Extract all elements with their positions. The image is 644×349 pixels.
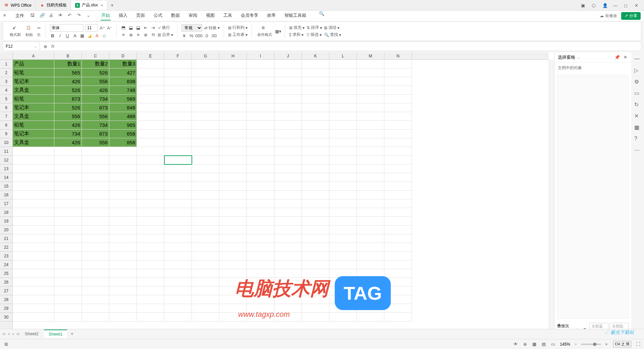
row-header[interactable]: 29 — [0, 304, 12, 313]
cell[interactable] — [274, 278, 302, 287]
cell[interactable]: 铅笔 — [13, 95, 54, 103]
cell[interactable] — [54, 147, 82, 156]
cell[interactable] — [329, 112, 357, 121]
cell[interactable] — [274, 226, 302, 234]
cell[interactable] — [82, 252, 109, 260]
cell[interactable] — [329, 173, 357, 182]
row-header[interactable]: 3 — [0, 77, 12, 86]
cell[interactable] — [219, 295, 247, 304]
row-header[interactable]: 19 — [0, 217, 12, 226]
cell[interactable]: 734 — [54, 130, 82, 138]
cell[interactable] — [13, 260, 54, 269]
menu-tab-view[interactable]: 视图 — [205, 11, 215, 20]
cell[interactable] — [302, 199, 329, 208]
cell[interactable] — [247, 208, 274, 217]
cell[interactable] — [13, 287, 54, 295]
cell[interactable] — [164, 138, 192, 147]
cell[interactable] — [302, 164, 329, 173]
cell[interactable] — [54, 295, 82, 304]
cell[interactable] — [247, 68, 274, 77]
cell[interactable] — [164, 287, 192, 295]
cell[interactable] — [137, 60, 164, 68]
cell[interactable] — [357, 217, 384, 226]
align-right-icon[interactable]: ≡ — [136, 32, 141, 38]
rows-cols-button[interactable]: ⊞行和列▾ — [228, 25, 248, 31]
cell[interactable] — [274, 121, 302, 130]
cell[interactable]: 笔记本 — [13, 77, 54, 86]
cell[interactable] — [192, 164, 219, 173]
row-header[interactable]: 30 — [0, 313, 12, 321]
settings-icon[interactable]: ⚙ — [634, 79, 641, 85]
cell[interactable] — [137, 147, 164, 156]
col-header[interactable]: M — [357, 52, 384, 59]
cell[interactable] — [13, 173, 54, 182]
cell[interactable] — [357, 243, 384, 252]
row-header[interactable]: 1 — [0, 60, 12, 68]
col-header[interactable]: G — [192, 52, 219, 59]
cell[interactable] — [329, 234, 357, 243]
cell[interactable] — [219, 278, 247, 287]
freeze-button[interactable]: ⊞冻结▾ — [324, 25, 341, 31]
cell[interactable]: 873 — [82, 130, 109, 138]
cell[interactable] — [357, 95, 384, 103]
cell[interactable] — [274, 217, 302, 226]
cell[interactable] — [219, 191, 247, 199]
cell[interactable] — [13, 208, 54, 217]
cell[interactable] — [219, 217, 247, 226]
cell[interactable] — [329, 182, 357, 191]
cell[interactable] — [164, 86, 192, 95]
user-icon[interactable]: 👤 — [602, 3, 607, 8]
cell[interactable] — [13, 269, 54, 278]
cell[interactable] — [357, 234, 384, 243]
cell[interactable] — [357, 60, 384, 68]
cell[interactable] — [192, 208, 219, 217]
cell[interactable] — [384, 138, 412, 147]
cell[interactable] — [219, 208, 247, 217]
cell[interactable] — [82, 234, 109, 243]
link-icon[interactable]: 🔗 — [40, 13, 46, 19]
col-header[interactable]: I — [247, 52, 274, 59]
cell[interactable] — [54, 182, 82, 191]
cell[interactable] — [164, 130, 192, 138]
cell[interactable] — [274, 95, 302, 103]
tab-add-button[interactable]: + — [107, 2, 117, 8]
cut-icon[interactable]: ✂ — [36, 25, 42, 31]
cell[interactable] — [357, 191, 384, 199]
cell[interactable] — [164, 313, 192, 321]
menu-tab-efficiency[interactable]: 效率 — [266, 11, 276, 20]
cell[interactable] — [329, 269, 357, 278]
cell[interactable] — [192, 156, 219, 164]
cell[interactable] — [302, 313, 329, 321]
cell[interactable] — [329, 138, 357, 147]
cell[interactable] — [219, 313, 247, 321]
cell[interactable] — [247, 304, 274, 313]
cell[interactable] — [219, 234, 247, 243]
cell[interactable] — [54, 260, 82, 269]
cell[interactable]: 数量1 — [54, 60, 82, 68]
cell[interactable] — [192, 243, 219, 252]
cell[interactable] — [302, 191, 329, 199]
cell[interactable] — [247, 156, 274, 164]
cell[interactable] — [247, 103, 274, 112]
col-header[interactable]: N — [384, 52, 412, 59]
cell[interactable] — [329, 287, 357, 295]
cell[interactable] — [219, 130, 247, 138]
cell[interactable] — [137, 130, 164, 138]
italic-icon[interactable]: I — [57, 33, 63, 38]
sheet-tab-sheet1[interactable]: Sheet1 — [44, 330, 67, 338]
cell[interactable] — [247, 243, 274, 252]
cell[interactable] — [357, 173, 384, 182]
menu-tab-data[interactable]: 数据 — [170, 11, 180, 20]
table-style-icon[interactable]: ▦▾ — [275, 29, 281, 34]
cell[interactable] — [274, 68, 302, 77]
cell[interactable]: 笔记本 — [13, 103, 54, 112]
menu-tab-page[interactable]: 页面 — [136, 11, 146, 20]
cell[interactable] — [357, 156, 384, 164]
redo-icon[interactable]: ↷ — [77, 13, 83, 19]
cell[interactable]: 426 — [54, 121, 82, 130]
panel-icon[interactable]: ▣ — [581, 3, 586, 8]
cell[interactable] — [192, 234, 219, 243]
cell[interactable] — [164, 182, 192, 191]
cell[interactable] — [247, 278, 274, 287]
row-header[interactable]: 12 — [0, 156, 12, 164]
